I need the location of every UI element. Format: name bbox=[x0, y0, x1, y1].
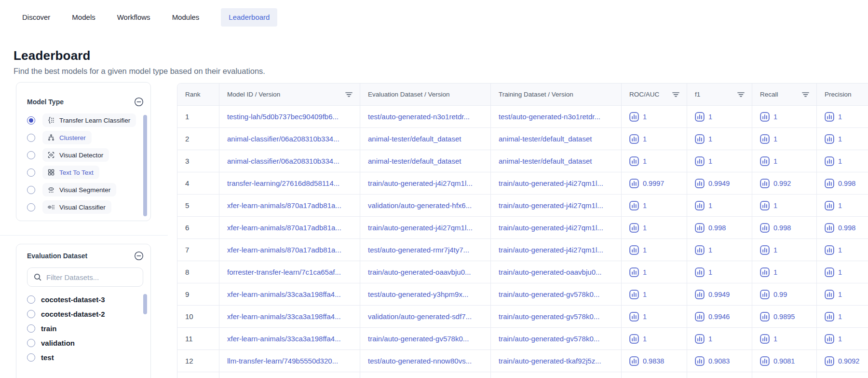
eval-dataset-link[interactable]: validation/auto-generated-sdf7... bbox=[360, 306, 491, 328]
nav-item-discover[interactable]: Discover bbox=[22, 8, 50, 27]
radio-unselected[interactable] bbox=[27, 203, 35, 211]
model-id-link[interactable]: xfer-learn-animals/870a17adb81a... bbox=[219, 217, 360, 239]
eval-dataset-link[interactable]: animal-tester/default_dataset bbox=[360, 128, 491, 150]
model-id-link[interactable]: llm-transfer-learn/749b5550d320... bbox=[219, 350, 360, 372]
training-dataset-link[interactable]: train/auto-generated-j4i27qm1l... bbox=[491, 239, 622, 261]
training-dataset-link[interactable]: train/auto-generated-gv578k0... bbox=[491, 328, 622, 350]
bar-chart-icon bbox=[629, 245, 639, 255]
filter-icon[interactable] bbox=[737, 90, 745, 98]
table-row: 10 xfer-learn-animals/33ca3a198ffa4... v… bbox=[177, 306, 868, 328]
model-type-option-visual-classifier[interactable]: Visual Classifier bbox=[16, 198, 150, 216]
eval-dataset-link[interactable]: test/auto-generated-rmr7j4ty7... bbox=[360, 239, 491, 261]
dataset-label[interactable]: cocotest-dataset-2 bbox=[41, 310, 105, 318]
dataset-label[interactable]: validation bbox=[41, 339, 75, 347]
model-type-label[interactable]: Visual Segmenter bbox=[59, 186, 110, 194]
eval-dataset-link[interactable]: train/auto-generated-gv578k0... bbox=[360, 328, 491, 350]
dataset-option[interactable]: cocotest-dataset-3 bbox=[16, 292, 150, 307]
model-id-link[interactable]: transfer-learning/27616d8d58114... bbox=[219, 172, 360, 195]
bar-chart-icon bbox=[695, 312, 705, 322]
bar-chart-icon bbox=[629, 156, 639, 166]
dataset-label[interactable]: test bbox=[41, 353, 54, 362]
eval-dataset-link[interactable]: train/auto-generated-oaavbju0... bbox=[360, 261, 491, 283]
eval-dataset-link[interactable]: animal-tester/default_dataset bbox=[360, 150, 491, 172]
model-id-link[interactable]: xfer-learn-animals/870a17adb81a... bbox=[219, 195, 360, 217]
eval-dataset-link[interactable]: train/auto-generated-j4i27qm1l... bbox=[360, 172, 491, 195]
dataset-list: cocotest-dataset-3 cocotest-dataset-2 tr… bbox=[16, 292, 150, 364]
radio-unselected[interactable] bbox=[27, 353, 35, 362]
model-type-option-text-to-text[interactable]: Text To Text bbox=[16, 164, 150, 181]
training-dataset-link[interactable]: train/auto-generated-gv578k0... bbox=[491, 306, 622, 328]
model-id-link[interactable]: xfer-learn-animals/33ca3a198ffa4... bbox=[219, 306, 360, 328]
model-type-option-visual-detector[interactable]: Visual Detector bbox=[16, 146, 150, 164]
dataset-filter-input[interactable] bbox=[46, 273, 137, 281]
training-dataset-link[interactable]: train/auto-generated-oaavbju0... bbox=[491, 261, 622, 283]
eval-dataset-link[interactable]: test/auto-generated-nnow80vs... bbox=[360, 350, 491, 372]
training-dataset-link[interactable]: animal-tester/default_dataset bbox=[491, 128, 622, 150]
radio-unselected[interactable] bbox=[27, 324, 35, 333]
model-id-link[interactable]: xfer-learn-animals/870a17adb81a... bbox=[219, 239, 360, 261]
bar-chart-icon bbox=[825, 245, 834, 255]
training-dataset-link[interactable]: train/auto-generated-tkaf92j5z... bbox=[491, 350, 622, 372]
eval-dataset-link[interactable]: test/auto-generated-y3hpm9x... bbox=[360, 283, 491, 306]
model-id-link[interactable]: xfer-learn-animals/33ca3a198ffa4... bbox=[219, 283, 360, 306]
radio-unselected[interactable] bbox=[27, 310, 35, 318]
radio-unselected[interactable] bbox=[27, 168, 35, 177]
column-header-precision: Precision bbox=[817, 84, 868, 106]
recall-cell: 1 bbox=[752, 150, 817, 172]
table-row: 11 xfer-learn-animals/33ca3a198ffa4... t… bbox=[177, 328, 868, 350]
filter-icon[interactable] bbox=[345, 90, 353, 98]
recall-cell: 1 bbox=[752, 128, 817, 150]
dataset-option[interactable]: train bbox=[16, 321, 150, 336]
precision-cell: 1 bbox=[817, 283, 868, 306]
eval-dataset-link[interactable]: validation/auto-generated-hfx6... bbox=[360, 195, 491, 217]
collapse-minus-icon[interactable] bbox=[134, 97, 144, 107]
model-type-scrollbar[interactable] bbox=[143, 115, 147, 216]
model-id-link[interactable]: testing-lah/5d0b737bec90409fb6... bbox=[219, 106, 360, 128]
nav-item-leaderboard[interactable]: Leaderboard bbox=[221, 8, 277, 27]
f1-cell: 1 bbox=[687, 195, 752, 217]
dataset-label[interactable]: cocotest-dataset-3 bbox=[41, 295, 105, 304]
radio-selected[interactable] bbox=[27, 116, 35, 125]
dataset-filter-box[interactable] bbox=[27, 267, 143, 287]
radio-unselected[interactable] bbox=[27, 339, 35, 347]
model-id-link[interactable]: animal-classifier/06a208310b334... bbox=[219, 150, 360, 172]
bar-chart-icon bbox=[695, 334, 705, 344]
model-type-label[interactable]: Visual Detector bbox=[59, 152, 103, 159]
collapse-minus-icon[interactable] bbox=[134, 251, 144, 261]
radio-unselected[interactable] bbox=[27, 186, 35, 194]
training-dataset-link[interactable]: animal-tester/default_dataset bbox=[491, 150, 622, 172]
model-type-label[interactable]: Visual Classifier bbox=[59, 204, 106, 211]
dataset-option[interactable]: test bbox=[16, 350, 150, 364]
training-dataset-link[interactable]: train/auto-generated-j4i27qm1l... bbox=[491, 172, 622, 195]
model-type-label[interactable]: Transfer Learn Classifier bbox=[59, 117, 130, 124]
radio-unselected[interactable] bbox=[27, 295, 35, 304]
model-id-link[interactable]: forrester-transfer-learn/7c1ca65af... bbox=[219, 261, 360, 283]
recall-cell: 0.998 bbox=[752, 217, 817, 239]
model-type-option-transfer-learn-classifier[interactable]: Transfer Learn Classifier bbox=[16, 112, 150, 129]
eval-dataset-link[interactable]: train/auto-generated-j4i27qm1l... bbox=[360, 217, 491, 239]
model-type-option-visual-segmenter[interactable]: Visual Segmenter bbox=[16, 181, 150, 198]
model-type-option-clusterer[interactable]: Clusterer bbox=[16, 129, 150, 146]
filter-icon[interactable] bbox=[801, 90, 810, 98]
model-type-title: Model Type bbox=[27, 98, 64, 106]
radio-unselected[interactable] bbox=[27, 134, 35, 142]
nav-item-modules[interactable]: Modules bbox=[172, 8, 200, 27]
eval-dataset-link[interactable]: test/auto-generated-n3o1retdr... bbox=[360, 106, 491, 128]
model-type-label[interactable]: Clusterer bbox=[59, 134, 86, 141]
model-id-link[interactable]: animal-classifier/06a208310b334... bbox=[219, 128, 360, 150]
dataset-scrollbar[interactable] bbox=[143, 294, 147, 314]
dataset-option[interactable]: validation bbox=[16, 336, 150, 350]
radio-unselected[interactable] bbox=[27, 151, 35, 159]
training-dataset-link[interactable]: test/auto-generated-n3o1retdr... bbox=[491, 106, 622, 128]
nav-item-workflows[interactable]: Workflows bbox=[117, 8, 150, 27]
training-dataset-link[interactable]: train/auto-generated-j4i27qm1l... bbox=[491, 195, 622, 217]
training-dataset-link[interactable]: train/auto-generated-gv578k0... bbox=[491, 283, 622, 306]
dataset-option[interactable]: cocotest-dataset-2 bbox=[16, 307, 150, 321]
model-id-link[interactable]: xfer-learn-animals/33ca3a198ffa4... bbox=[219, 328, 360, 350]
rank-cell: 3 bbox=[177, 150, 219, 172]
filter-icon[interactable] bbox=[672, 90, 680, 98]
model-type-label[interactable]: Text To Text bbox=[59, 169, 94, 176]
training-dataset-link[interactable]: train/auto-generated-j4i27qm1l... bbox=[491, 217, 622, 239]
nav-item-models[interactable]: Models bbox=[72, 8, 95, 27]
dataset-label[interactable]: train bbox=[41, 324, 57, 333]
